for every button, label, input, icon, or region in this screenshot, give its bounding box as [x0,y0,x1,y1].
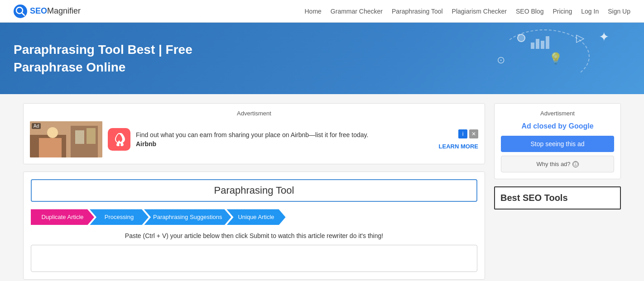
instruction-text: Paste (Ctrl + V) your article below then… [31,232,477,239]
deco-star-icon: ✦ [599,29,609,44]
nav-paraphrasing[interactable]: Paraphrasing Tool [392,8,443,15]
deco-chart-icon [531,36,549,49]
step-processing[interactable]: Processing [90,209,149,225]
left-column: Advertisment [23,103,485,280]
step-unique-label: Unique Article [238,214,274,220]
step-processing-label: Processing [105,214,134,220]
seo-tools-title: Best SEO Tools [500,193,615,203]
svg-point-4 [47,127,58,138]
google-text: Google [568,122,593,130]
logo-magnifier: Magnifier [47,6,81,16]
nav-login[interactable]: Log In [581,8,599,15]
right-ad-header: Advertisment [501,110,614,117]
why-this-ad-label: Why this ad? [536,161,570,167]
ad-info-button[interactable]: i [458,129,467,138]
ad-close-button[interactable]: ✕ [469,129,478,138]
logo[interactable]: SEOMagnifier [14,5,81,18]
right-ad-panel: Advertisment Ad closed by Google Stop se… [494,103,621,179]
ad-closed-box: Ad closed by Google Stop seeing this ad … [501,122,614,172]
right-column: Advertisment Ad closed by Google Stop se… [494,103,621,280]
nav-plagiarism[interactable]: Plagiarism Checker [452,8,507,15]
why-this-ad-button[interactable]: Why this ad? ⓘ [501,156,614,172]
tool-title-box: Paraphrasing Tool [31,179,477,202]
tool-title: Paraphrasing Tool [41,185,467,196]
nav-home[interactable]: Home [304,8,321,15]
main-content: Advertisment [10,94,634,281]
seo-tools-box: Best SEO Tools [494,186,621,210]
nav-seo-blog[interactable]: SEO Blog [516,8,543,15]
deco-pin-icon: ⊙ [497,54,505,66]
deco-circle-icon [517,34,525,42]
hero-title: Paraphrasing Tool Best | Free Paraphrase… [14,41,192,76]
learn-more-button[interactable]: LEARN MORE [439,143,478,150]
svg-line-1 [22,13,24,15]
ad-banner-header: Advertisment [30,110,478,117]
step-unique[interactable]: Unique Article [227,209,286,225]
tool-section: Paraphrasing Tool Duplicate Article Proc… [23,171,485,280]
navbar: SEOMagnifier Home Grammar Checker Paraph… [0,0,644,23]
nav-pricing[interactable]: Pricing [553,8,572,15]
ad-banner: Advertisment [23,103,485,164]
stop-seeing-button[interactable]: Stop seeing this ad [501,136,614,152]
step-duplicate-label: Duplicate Article [41,214,83,220]
ad-closed-text: Ad closed by Google [501,122,614,130]
nav-grammar[interactable]: Grammar Checker [331,8,383,15]
ad-banner-body: Ad Find out what you can earn from shari… [30,121,478,157]
logo-icon [14,5,27,18]
ad-actions: i ✕ LEARN MORE [439,129,478,150]
ad-text: Find out what you can earn from sharing … [136,131,433,148]
svg-rect-8 [87,128,96,144]
step-suggestions[interactable]: Paraphrasing Suggestions [144,209,231,225]
stepper: Duplicate Article Processing Paraphrasin… [31,209,477,225]
ad-image: Ad [30,121,102,157]
svg-rect-5 [39,138,62,157]
ad-badge: Ad [32,123,41,129]
ad-brand: Airbnb [136,140,156,148]
deco-cursor-icon: ▷ [576,32,584,44]
airbnb-logo [108,128,130,151]
step-duplicate[interactable]: Duplicate Article [31,209,94,225]
deco-bulb-icon: 💡 [549,52,562,65]
step-suggestions-label: Paraphrasing Suggestions [153,214,222,220]
ad-close-row: i ✕ [458,129,478,138]
ad-closed-prefix: Ad closed by [521,122,568,130]
hero-banner: Paraphrasing Tool Best | Free Paraphrase… [0,23,644,94]
info-icon: ⓘ [572,161,579,167]
nav-signup[interactable]: Sign Up [608,8,630,15]
article-input-area[interactable] [31,245,477,272]
ad-description: Find out what you can earn from sharing … [136,131,433,138]
svg-rect-7 [75,130,84,144]
nav-links: Home Grammar Checker Paraphrasing Tool P… [304,8,630,15]
logo-seo: SEO [30,6,47,16]
hero-decorations: ▷ ✦ ⊙ 💡 [436,27,617,81]
